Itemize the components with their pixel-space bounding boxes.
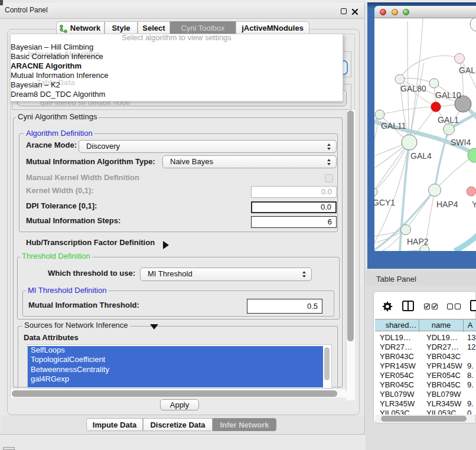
svg-text:GCY1: GCY1 [374, 198, 395, 207]
svg-text:GAL80: GAL80 [400, 84, 426, 93]
svg-text:YD: YD [472, 200, 476, 209]
svg-text:SWI4: SWI4 [451, 138, 471, 147]
svg-text:HAP4: HAP4 [436, 200, 458, 209]
svg-text:GAL1: GAL1 [438, 115, 459, 125]
svg-text:GAL11: GAL11 [381, 121, 406, 131]
svg-text:HAP2: HAP2 [407, 237, 429, 246]
svg-text:GAL4: GAL4 [410, 151, 432, 161]
svg-text:GAL7: GAL7 [459, 66, 476, 75]
svg-text:GAL10: GAL10 [435, 90, 461, 100]
